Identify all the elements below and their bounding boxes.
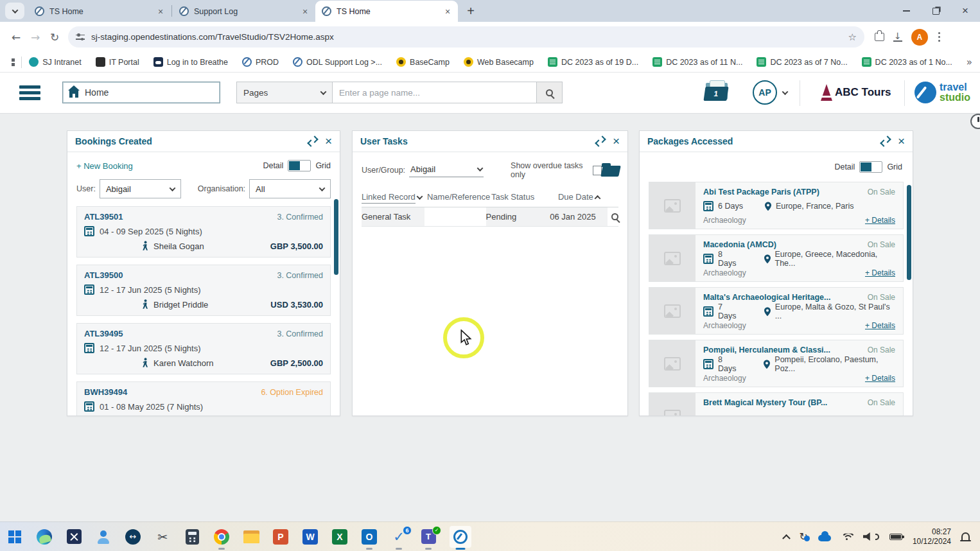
package-card[interactable]: Pompeii, Herculaneum & Classi...On Sale …: [649, 340, 904, 387]
booking-card[interactable]: ATL395003. Confirmed 12 - 17 Jun 2025 (5…: [76, 265, 331, 316]
page-search-input[interactable]: [333, 82, 537, 103]
back-button[interactable]: ←: [6, 28, 26, 47]
bookmark-dc-2023-7no[interactable]: DC 2023 as of 7 No...: [757, 57, 847, 67]
booking-ref-link[interactable]: BWH39494: [84, 387, 127, 397]
user-group-dropdown[interactable]: Abigail: [409, 163, 484, 177]
taskbar-teams[interactable]: T✓: [420, 529, 437, 545]
tab-search-button[interactable]: [5, 3, 24, 19]
taskbar-travel-studio-active[interactable]: [450, 526, 471, 548]
package-details-link[interactable]: + Details: [865, 268, 895, 277]
package-card[interactable]: Brett Magical Mystery Tour (BP...On Sale…: [649, 392, 904, 416]
bookmark-sj-intranet[interactable]: SJ Intranet: [29, 57, 81, 67]
browser-profile-avatar[interactable]: A: [911, 29, 928, 46]
taskbar-edge[interactable]: [36, 529, 53, 545]
expand-panel-icon[interactable]: [308, 137, 317, 146]
breadcrumb[interactable]: Home: [62, 82, 220, 103]
close-panel-icon[interactable]: [613, 137, 620, 146]
user-avatar[interactable]: AP: [753, 80, 777, 105]
taskbar-snipping-tool[interactable]: ✂: [154, 529, 171, 545]
task-search-icon[interactable]: [611, 213, 618, 220]
package-details-link[interactable]: + Details: [865, 321, 895, 330]
organisation-filter-dropdown[interactable]: All: [249, 179, 331, 198]
package-title-link[interactable]: Macedonia (AMCD): [703, 240, 776, 249]
onedrive-icon[interactable]: [818, 535, 831, 541]
downloads-icon[interactable]: [893, 32, 902, 42]
expand-panel-icon[interactable]: [596, 137, 605, 146]
bookmark-breathe[interactable]: Log in to Breathe: [153, 57, 228, 67]
booking-ref-link[interactable]: ATL39495: [84, 329, 123, 338]
taskbar-people[interactable]: [95, 529, 112, 545]
package-card[interactable]: Macedonia (AMCD)On Sale 8 Days Europe, G…: [649, 234, 904, 282]
scrollbar-thumb[interactable]: [334, 199, 338, 275]
overdue-checkbox[interactable]: [593, 166, 601, 175]
package-details-link[interactable]: + Details: [865, 216, 895, 225]
pages-dropdown[interactable]: Pages: [236, 82, 333, 103]
taskbar-clock[interactable]: 08:27 10/12/2024: [913, 527, 951, 547]
taskbar-teamviewer[interactable]: ↔: [125, 529, 141, 545]
site-settings-icon[interactable]: [76, 33, 85, 41]
bookmark-it-portal[interactable]: IT Portal: [96, 57, 139, 67]
wifi-icon[interactable]: [841, 532, 853, 541]
battery-icon[interactable]: [889, 534, 902, 540]
browser-menu-icon[interactable]: [938, 36, 941, 39]
apps-grid-icon[interactable]: [12, 58, 15, 66]
booking-ref-link[interactable]: ATL39501: [84, 212, 123, 222]
bookmark-basecamp[interactable]: BaseCamp: [396, 57, 450, 67]
reload-button[interactable]: ↻: [45, 28, 64, 47]
documents-folder-button[interactable]: 1: [704, 80, 731, 103]
close-panel-icon[interactable]: [325, 137, 332, 146]
booking-card[interactable]: ATL394953. Confirmed 12 - 17 Jun 2025 (5…: [76, 323, 331, 374]
package-details-link[interactable]: + Details: [865, 374, 895, 383]
bookmark-dc-2023-11n[interactable]: DC 2023 as of 11 N...: [652, 57, 742, 67]
column-task-status[interactable]: Task Status: [491, 192, 558, 202]
clock-edge-icon[interactable]: [970, 114, 980, 129]
column-due-date[interactable]: Due Date: [558, 192, 618, 202]
taskbar-word[interactable]: W: [302, 529, 319, 545]
detail-grid-toggle[interactable]: [288, 160, 311, 171]
tab-close-icon[interactable]: [442, 6, 453, 17]
column-linked-record[interactable]: Linked Record: [362, 192, 427, 202]
bookmark-web-basecamp[interactable]: Web Basecamp: [464, 57, 534, 67]
new-tab-button[interactable]: [462, 2, 480, 20]
bookmarks-overflow-icon[interactable]: [967, 57, 972, 68]
booking-card[interactable]: BWH394946. Option Expired 01 - 08 May 20…: [76, 381, 331, 416]
url-text[interactable]: sj-staging.opendestinations.com/TravelSt…: [91, 32, 848, 42]
start-button[interactable]: [6, 529, 23, 545]
tab-ts-home-active[interactable]: TS Home: [315, 1, 458, 22]
new-booking-link[interactable]: + New Booking: [76, 161, 133, 171]
window-restore-button[interactable]: [921, 0, 950, 22]
sync-icon[interactable]: ↻: [800, 532, 808, 542]
booking-ref-link[interactable]: ATL39500: [84, 270, 123, 280]
chevron-down-icon[interactable]: [417, 193, 423, 200]
tab-close-icon[interactable]: [155, 6, 166, 17]
taskbar-file-explorer[interactable]: [243, 529, 259, 545]
address-bar[interactable]: sj-staging.opendestinations.com/TravelSt…: [68, 26, 864, 48]
tab-ts-home-1[interactable]: TS Home: [28, 1, 171, 22]
bookmark-odl-support-log[interactable]: ODL Support Log >...: [293, 57, 382, 67]
scrollbar-thumb[interactable]: [907, 185, 911, 280]
column-name-reference[interactable]: Name/Reference: [427, 192, 491, 202]
taskbar-movies-tv[interactable]: [66, 529, 82, 545]
user-filter-dropdown[interactable]: Abigail: [100, 179, 181, 198]
taskbar-chrome[interactable]: [213, 529, 230, 545]
taskbar-outlook[interactable]: O: [361, 529, 378, 545]
package-title-link[interactable]: Brett Magical Mystery Tour (BP...: [703, 398, 827, 407]
user-menu[interactable]: AP: [753, 80, 787, 105]
open-tasks-folder-icon[interactable]: [602, 163, 618, 177]
search-button[interactable]: [537, 82, 563, 103]
taskbar-excel[interactable]: X: [331, 529, 348, 545]
package-title-link[interactable]: Pompeii, Herculaneum & Classi...: [703, 345, 830, 354]
package-card[interactable]: Malta's Archaeological Heritage...On Sal…: [649, 287, 904, 335]
close-panel-icon[interactable]: [898, 137, 905, 146]
tray-expand-icon[interactable]: [782, 534, 791, 543]
extensions-icon[interactable]: [875, 33, 884, 41]
menu-hamburger-icon[interactable]: [19, 85, 40, 101]
task-row[interactable]: General Task Pending 06 Jan 2025: [362, 207, 618, 227]
volume-icon[interactable]: [863, 532, 873, 541]
tab-close-icon[interactable]: [300, 6, 310, 17]
taskbar-calculator[interactable]: [184, 529, 200, 545]
window-minimize-button[interactable]: [891, 0, 921, 22]
tab-support-log[interactable]: Support Log: [173, 1, 315, 22]
bookmark-prod[interactable]: PROD: [242, 57, 279, 67]
bookmark-star-icon[interactable]: [848, 31, 857, 43]
